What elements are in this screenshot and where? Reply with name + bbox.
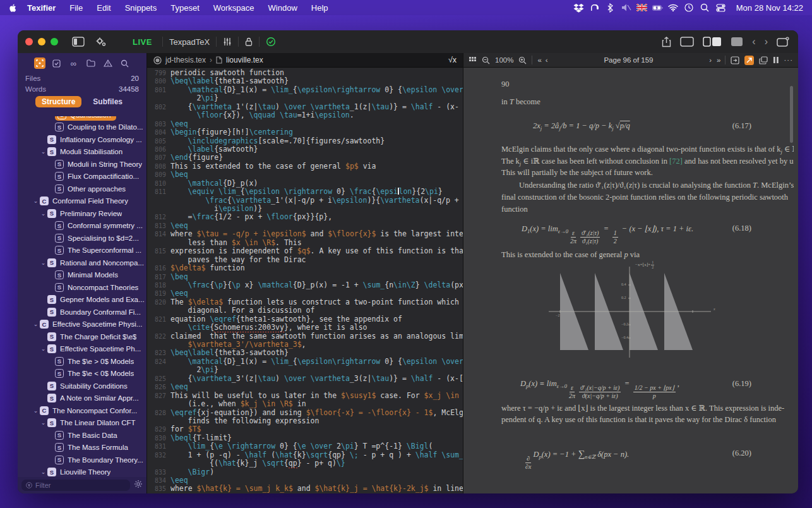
code-line[interactable]: 801\mathcal{D}_1(x) = \lim_{\epsilon\rig… xyxy=(147,86,463,94)
tree-item[interactable]: ⌄SLiouville Theory xyxy=(18,466,146,478)
tree-item[interactable]: ⌄SRational and Noncompa... xyxy=(18,257,146,269)
structure-mode-icon[interactable] xyxy=(34,57,45,69)
code-line[interactable]: 810\mathcal{D}_p(x) xyxy=(147,179,463,188)
code-line[interactable]: 813\eeq xyxy=(147,222,463,230)
code-line[interactable]: 816$\delta$ function xyxy=(147,264,463,272)
sidebar-toggle-icon[interactable] xyxy=(72,37,85,47)
code-line[interactable]: 807\end{figure} xyxy=(147,154,463,162)
layout-split-view-button[interactable] xyxy=(703,37,722,47)
filter-settings-gear-icon[interactable] xyxy=(134,480,143,491)
typeset-success-icon[interactable] xyxy=(266,37,276,47)
code-line[interactable]: 799periodic sawtooth function xyxy=(147,69,463,77)
tree-item[interactable]: SThe Superconformal ... xyxy=(18,245,146,257)
breadcrumb-file[interactable]: liouville.tex xyxy=(226,56,263,64)
disclosure-chevron-icon[interactable]: ⌄ xyxy=(39,346,47,352)
recents-clock-icon[interactable] xyxy=(684,3,695,13)
tree-item[interactable]: ⌄SPreliminary Review xyxy=(18,207,146,220)
menu-snippets[interactable]: Snippets xyxy=(118,3,164,13)
code-line[interactable]: 833\Bigr) xyxy=(147,468,463,476)
code-line[interactable]: 2\pi} xyxy=(147,94,463,102)
battery-icon[interactable] xyxy=(652,3,663,13)
code-line[interactable]: 834\eeq xyxy=(147,476,463,485)
code-line[interactable]: 2\pi} xyxy=(147,366,463,374)
code-line[interactable]: 823\beq\label{theta3-sawtooth} xyxy=(147,349,463,357)
tree-item[interactable]: SInflationary Cosmology ... xyxy=(18,133,146,146)
code-line[interactable]: 808This is extended to the case of gener… xyxy=(147,162,463,171)
prev-page-button[interactable]: ‹ xyxy=(546,56,548,64)
code-area[interactable]: 799periodic sawtooth function800\beq\lab… xyxy=(147,67,463,493)
pdf-scrollbar[interactable] xyxy=(790,86,793,143)
tab-structure[interactable]: Structure xyxy=(35,96,81,107)
code-line[interactable]: 830\beql{T-limit} xyxy=(147,434,463,442)
code-line[interactable]: 826\eeq xyxy=(147,383,463,391)
tree-item[interactable]: SA Note on Similar Appr... xyxy=(18,392,146,405)
engine-selector[interactable]: TexpadTeX xyxy=(169,37,210,47)
code-line[interactable]: 817\beq xyxy=(147,273,463,281)
dropbox-icon[interactable] xyxy=(573,3,584,13)
menu-workspace[interactable]: Workspace xyxy=(206,3,261,13)
files-folder-icon[interactable] xyxy=(85,57,97,69)
zoom-out-icon[interactable] xyxy=(482,56,490,64)
menu-edit[interactable]: Edit xyxy=(90,3,117,13)
pause-typeset-icon[interactable] xyxy=(773,56,779,64)
code-line[interactable]: 800\beq\label{theta1-sawtooth} xyxy=(147,77,463,85)
first-page-button[interactable]: « xyxy=(537,56,540,64)
tree-item[interactable]: SThe Charge Deficit $\e$ xyxy=(18,330,146,343)
disclosure-chevron-icon[interactable]: ⌄ xyxy=(39,469,47,475)
menu-clock[interactable]: Mon 28 Nov 14:22 xyxy=(736,3,812,13)
apple-menu-icon[interactable] xyxy=(8,3,18,13)
warnings-icon[interactable] xyxy=(102,57,114,69)
tree-item[interactable]: ⌄CThe Noncompact Confor... xyxy=(18,404,146,417)
code-line[interactable]: \frac{\vartheta_1'(x|-q/p + i\epsilon)}{… xyxy=(147,197,463,205)
lock-icon[interactable] xyxy=(245,37,253,46)
code-line[interactable]: 809\beq xyxy=(147,171,463,179)
code-line[interactable]: {(\hat{k}_j \sqrt{qp} - p+ q)\} xyxy=(147,459,463,468)
code-line[interactable]: 8321 + (p -q) - \half (\hat{k}\sqrt{qp} … xyxy=(147,451,463,459)
code-line[interactable]: 804\begin{figure}[h!]\centering xyxy=(147,128,463,136)
jump-to-source-icon[interactable] xyxy=(744,56,754,65)
tree-item[interactable]: SFlux Compactificatio... xyxy=(18,171,146,183)
typeset-options-icon[interactable] xyxy=(223,37,232,46)
layout-pdf-only-button[interactable] xyxy=(731,37,743,47)
tree-item[interactable]: ⌄SEffective Spacetime Ph... xyxy=(18,343,146,356)
code-line[interactable]: (i.e., when $k_j \in \R$ in xyxy=(147,400,463,408)
disclosure-chevron-icon[interactable]: ⌄ xyxy=(32,321,40,327)
last-page-button[interactable]: » xyxy=(717,56,719,64)
close-button[interactable] xyxy=(25,38,33,45)
code-line[interactable]: i\epsilon)} xyxy=(147,205,463,213)
live-typeset-label[interactable]: LIVE xyxy=(133,37,152,47)
code-line[interactable]: 803\eeq xyxy=(147,120,463,128)
disclosure-chevron-icon[interactable]: ⌄ xyxy=(39,260,47,266)
symbols-infinity-icon[interactable]: ∞ xyxy=(68,57,80,69)
disclosure-chevron-icon[interactable]: ⌄ xyxy=(39,148,47,155)
code-line[interactable]: 824\mathcal{D}_1(x) = \lim_{\epsilon\rig… xyxy=(147,358,463,366)
tree-item[interactable]: ⌄SModuli Stabilisation xyxy=(18,146,146,159)
code-line[interactable]: 818\frac{\p}{\p x} \mathcal{D}_p(x) = -1… xyxy=(147,281,463,289)
layout-editor-only-button[interactable] xyxy=(680,37,694,47)
tree-item[interactable]: SNoncompact Theories xyxy=(18,281,146,294)
bluetooth-icon[interactable] xyxy=(605,3,616,13)
math-preview-button[interactable]: √x xyxy=(448,56,457,64)
code-line[interactable]: $\vartheta_3'/\vartheta_3$, xyxy=(147,341,463,349)
tree-item[interactable]: SThe Mass Formula xyxy=(18,442,146,454)
tree-item[interactable]: ⌄CConformal Field Theory xyxy=(18,195,146,208)
code-line[interactable]: diagonal. For a discussion of xyxy=(147,306,463,315)
code-line[interactable]: \floor{x}), \qquad \tau=1+i\epsilon. xyxy=(147,111,463,119)
zoom-level[interactable]: 100% xyxy=(495,56,513,64)
tab-subfiles[interactable]: Subfiles xyxy=(87,96,129,107)
code-line[interactable]: 825{\vartheta_3'(z|\tau) \over \vartheta… xyxy=(147,375,463,383)
tree-item[interactable]: SModuli in String Theory xyxy=(18,158,146,171)
control-center-icon[interactable] xyxy=(715,3,726,13)
todo-checkbox-icon[interactable] xyxy=(51,57,63,69)
menu-help[interactable]: Help xyxy=(304,3,335,13)
tree-item[interactable]: SGepner Models and Exa... xyxy=(18,294,146,306)
disclosure-chevron-icon[interactable]: ⌄ xyxy=(32,198,40,204)
sync-source-icon[interactable] xyxy=(731,56,739,64)
code-line[interactable]: 814where $\tau = -q/p + i\epsilon$ and $… xyxy=(147,230,463,238)
search-icon[interactable] xyxy=(119,57,131,69)
thumbnails-grid-icon[interactable] xyxy=(469,56,477,64)
tree-item[interactable]: SThe Boundary Theory... xyxy=(18,454,146,466)
menu-typeset[interactable]: Typeset xyxy=(164,3,206,13)
tree-item[interactable]: ⌄SThe Linear Dilaton CFT xyxy=(18,417,146,430)
code-line[interactable]: 815expression is independent of $q$. A k… xyxy=(147,247,463,255)
